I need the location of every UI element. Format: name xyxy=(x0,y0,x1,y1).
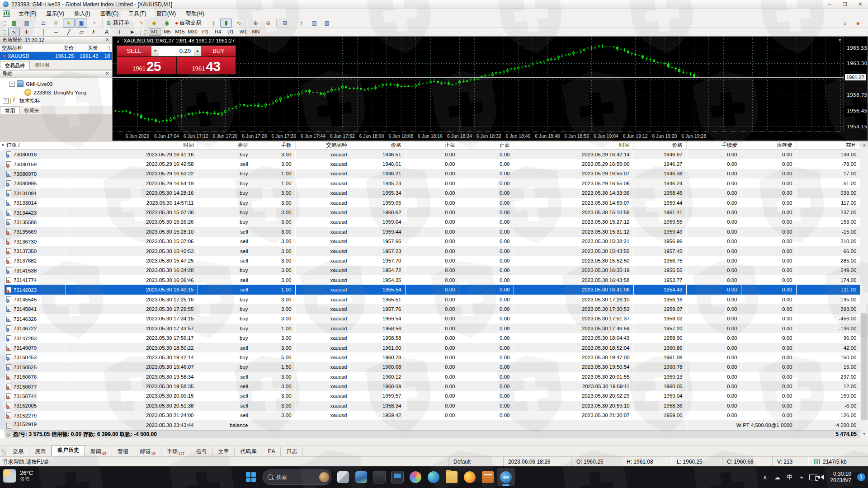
column-header-3[interactable]: 手数 xyxy=(252,141,295,150)
toolbar-grip3[interactable] xyxy=(144,29,146,35)
volume-decrease-icon[interactable]: ▼ xyxy=(151,46,159,56)
tab-日志[interactable]: 日志 xyxy=(281,447,303,456)
table-row[interactable]: 731330142023.05.30 14:57:11buy3.00xauusd… xyxy=(5,198,860,207)
table-row[interactable]: 731356692023.05.30 15:28:10sell3.00xauus… xyxy=(5,227,860,236)
tab-账户历史[interactable]: 账户历史 xyxy=(52,445,85,456)
indicators-list-button[interactable]: ƒ xyxy=(296,19,307,28)
clock[interactable]: 0:30:10 2023/6/7 xyxy=(830,471,851,483)
tab-邮箱[interactable]: 邮箱16 xyxy=(134,447,161,456)
mw-tab-symbols[interactable]: 交易品种 xyxy=(0,61,30,70)
navigator-close-icon[interactable]: ✕ xyxy=(104,71,110,77)
new-chart-button[interactable]: ▦ xyxy=(8,19,20,28)
balance-row[interactable]: ↓731529192023.05.30 23:43:44balanceW-PT … xyxy=(5,420,860,430)
scroll-down-icon[interactable]: ▼ xyxy=(860,431,868,438)
gmi-terminal-button[interactable]: GMI xyxy=(497,468,515,486)
ime-indicator[interactable]: 中 xyxy=(785,473,794,481)
table-row[interactable]: 731472832023.05.30 17:56:17buy3.00xauusd… xyxy=(5,333,860,343)
table-row[interactable]: 731355882023.05.30 15:26:26buy3.00xauusd… xyxy=(5,217,860,227)
table-row[interactable]: 731504532023.05.30 19:42:14buy5.00xauusd… xyxy=(5,352,860,362)
timeframe-m15[interactable]: M15 xyxy=(174,28,186,36)
channel-tool-button[interactable]: ▱ xyxy=(75,28,87,37)
timeframe-h1[interactable]: H1 xyxy=(199,28,211,36)
table-row[interactable]: 731310912023.05.30 14:28:16buy3.00xauusd… xyxy=(5,188,860,198)
edge-browser-button[interactable] xyxy=(425,468,443,486)
timeframe-m1[interactable]: M1 xyxy=(149,28,160,36)
tile-windows-button[interactable]: ⊞ xyxy=(279,19,291,28)
nav-item-account-login[interactable]: 223393: DongMu Yang xyxy=(3,88,112,97)
search-icon[interactable]: ⌕ xyxy=(840,19,851,28)
table-row[interactable]: 731520052023.05.30 20:51:38sell3.00xauus… xyxy=(5,401,860,410)
crosshair-tool-button[interactable]: ✛ xyxy=(21,28,33,37)
market-watch-button[interactable]: ☰ xyxy=(38,19,49,28)
collapse-icon[interactable]: − xyxy=(9,81,15,87)
table-row[interactable]: 731367302023.05.30 15:37:06sell3.00xauus… xyxy=(5,237,860,246)
table-row[interactable]: 730809702023.05.29 16:53:22buy1.00xauusd… xyxy=(5,169,860,178)
column-header-12[interactable]: 获利 xyxy=(796,141,860,150)
shapes-tool-button[interactable]: ➤ xyxy=(126,28,138,37)
column-header-6[interactable]: 止损 xyxy=(405,141,459,150)
status-profile[interactable]: Default xyxy=(448,457,503,467)
menu-item-3[interactable]: 图表(C) xyxy=(95,10,124,17)
column-header-5[interactable]: 价格 xyxy=(351,141,405,150)
metaquotes-button[interactable]: ◆ xyxy=(148,19,160,28)
column-header-0[interactable]: 订单 / xyxy=(5,141,66,150)
table-row[interactable]: 730801592023.05.29 16:42:58sell3.00xauus… xyxy=(5,159,860,169)
firefox-browser-button[interactable] xyxy=(461,468,479,486)
tab-文章[interactable]: 文章 xyxy=(212,447,235,456)
table-row[interactable]: 731463262023.05.30 17:34:15buy3.00xauusd… xyxy=(5,314,860,324)
table-row[interactable]: 731506762023.05.30 19:58:34sell3.00xauus… xyxy=(5,372,860,381)
new-order-button[interactable]: 🗎新订单 xyxy=(105,19,131,28)
table-row[interactable]: 731458412023.05.30 17:29:55buy3.00xauusd… xyxy=(5,304,860,314)
timeframe-mn[interactable]: MN xyxy=(250,28,262,36)
table-row[interactable]: 731455452023.05.30 17:25:16buy3.00xauusd… xyxy=(5,295,860,304)
desktop-app-button[interactable] xyxy=(370,468,388,486)
table-row[interactable]: 731344232023.05.30 15:07:38buy3.00xauusd… xyxy=(5,207,860,217)
time-axis[interactable]: 6 Jun 20236 Jun 17:046 Jun 17:126 Jun 17… xyxy=(113,131,844,141)
column-header-7[interactable]: 止盈 xyxy=(459,141,514,150)
nav-tab-common[interactable]: 常用 xyxy=(0,106,20,115)
zoom-in-button[interactable]: ⊕ xyxy=(250,19,261,28)
navigator-button[interactable]: ★ xyxy=(63,19,75,28)
paint-app-button[interactable] xyxy=(406,468,425,486)
market-watch-row-xauusd[interactable]: ▼XAUUSD 1961.25 1961.43 18 xyxy=(0,52,112,61)
community-icon[interactable]: ● xyxy=(852,19,864,28)
zoom-out-button[interactable]: ⊖ xyxy=(262,19,274,28)
mw-col-ask[interactable]: 买价 xyxy=(76,44,100,52)
table-row[interactable]: 731507442023.05.30 20:00:15sell3.00xauus… xyxy=(5,391,860,401)
menu-item-6[interactable]: 帮助(H) xyxy=(181,10,209,17)
autotrading-button[interactable]: ●自动交易 xyxy=(174,19,203,28)
tab-警报[interactable]: 警报 xyxy=(112,447,134,456)
navigator-header[interactable]: 导航 ✕ xyxy=(0,70,112,78)
menu-item-4[interactable]: 工具(T) xyxy=(123,10,151,17)
menu-item-5[interactable]: 窗口(W) xyxy=(151,10,181,17)
vertical-scrollbar[interactable]: ▲ ▼ xyxy=(860,141,868,438)
photos-app-button[interactable] xyxy=(352,468,370,486)
mw-col-symbol[interactable]: 交易品种 xyxy=(0,44,43,52)
cursor-tool-button[interactable]: ↖ xyxy=(8,28,20,37)
task-view-button[interactable] xyxy=(334,468,352,486)
table-row[interactable]: 731420232023.05.30 16:40:15sell1.00xauus… xyxy=(5,285,860,294)
notification-badge[interactable]: 1 xyxy=(857,473,865,481)
price-axis[interactable]: 1965.551963.301958.751956.451954.151961.… xyxy=(844,37,868,131)
column-header-10[interactable]: 手续费 xyxy=(686,141,741,150)
weather-widget[interactable]: 26°C 多云 xyxy=(3,469,33,483)
tab-展示[interactable]: 展示 xyxy=(29,447,52,456)
market-watch-header[interactable]: 市场报价: 19:30:12 ✕ xyxy=(0,36,112,44)
pin-icon[interactable]: ＋ xyxy=(797,473,806,481)
mw-tab-tickchart[interactable]: 即时图 xyxy=(30,61,54,69)
strategy-tester-button[interactable]: ◔ xyxy=(88,19,100,28)
column-header-8[interactable]: 时间 xyxy=(514,141,633,150)
mw-col-spread[interactable]: ! xyxy=(100,44,112,52)
volume-value[interactable]: 0.20 xyxy=(159,46,193,56)
nav-item-account-server[interactable]: − GMI-Live03 xyxy=(3,80,112,88)
fibonacci-tool-button[interactable]: 𝐹 xyxy=(88,28,100,37)
chart-window[interactable]: 1965.551963.301958.751956.451954.151961.… xyxy=(112,36,868,141)
buy-price[interactable]: 196143 xyxy=(177,57,236,74)
periods-menu-button[interactable]: ▥ xyxy=(308,19,320,28)
table-row[interactable]: 731490792023.05.30 18:50:22sell3.00xauus… xyxy=(5,343,860,352)
hline-tool-button[interactable]: ─ xyxy=(50,28,62,37)
tab-信号[interactable]: 信号 xyxy=(190,447,212,456)
toolbar-grip2[interactable] xyxy=(4,29,6,35)
tab-代码库[interactable]: 代码库 xyxy=(235,447,262,456)
terminal-button[interactable]: ▣ xyxy=(75,19,87,28)
